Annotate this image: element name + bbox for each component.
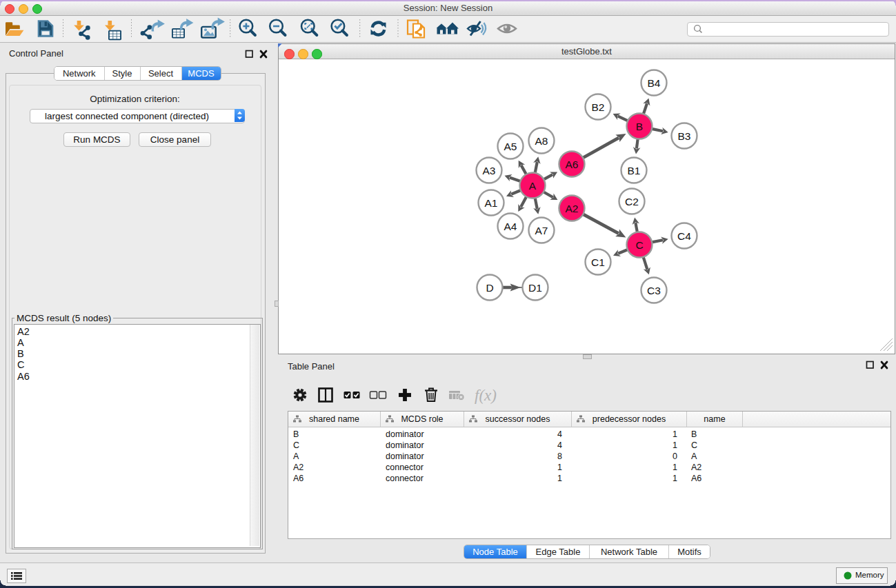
svg-text:C4: C4 (677, 230, 691, 242)
svg-text:C: C (635, 239, 643, 251)
svg-text:A5: A5 (504, 141, 517, 152)
svg-text:B3: B3 (678, 130, 691, 142)
svg-text:D: D (486, 282, 493, 294)
svg-text:A4: A4 (504, 221, 517, 232)
svg-text:C1: C1 (591, 256, 605, 268)
svg-text:A: A (529, 180, 537, 192)
svg-text:A3: A3 (483, 165, 496, 176)
svg-text:f(x): f(x) (475, 387, 497, 404)
svg-text:B: B (636, 121, 643, 132)
svg-text:B2: B2 (592, 101, 605, 113)
svg-text:A7: A7 (535, 225, 548, 236)
svg-text:B1: B1 (628, 165, 641, 176)
svg-text:D1: D1 (528, 282, 542, 294)
svg-text:C2: C2 (625, 196, 639, 207)
svg-text:A2: A2 (566, 203, 579, 214)
svg-text:A6: A6 (566, 159, 579, 170)
svg-text:A8: A8 (535, 135, 548, 147)
svg-text:A1: A1 (485, 197, 498, 209)
svg-text:B4: B4 (648, 77, 661, 89)
svg-text:C3: C3 (647, 285, 661, 296)
